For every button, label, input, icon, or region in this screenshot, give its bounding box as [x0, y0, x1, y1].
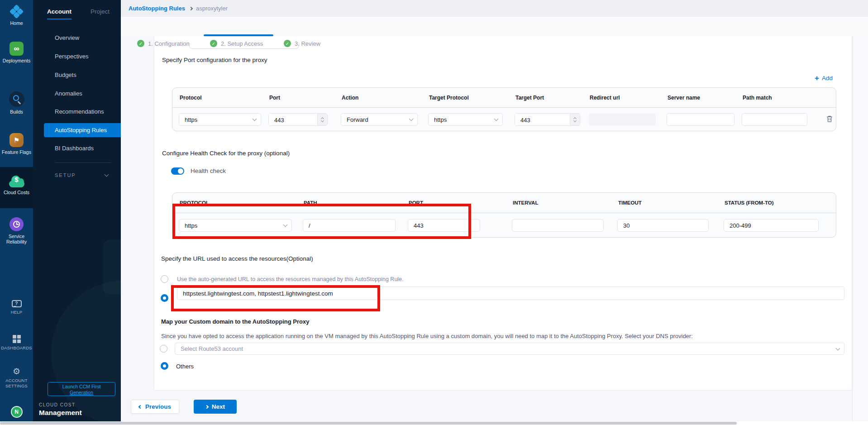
protocol-select[interactable]: https: [179, 113, 261, 126]
hc-protocol-select[interactable]: https: [179, 219, 292, 232]
health-check-toggle[interactable]: [171, 167, 184, 175]
hc-port-input[interactable]: [408, 219, 480, 232]
check-circle-icon: ✓: [210, 40, 217, 47]
chevron-down-icon: [836, 346, 840, 350]
horizontal-scrollbar[interactable]: [0, 421, 868, 425]
hc-path-input[interactable]: [303, 219, 396, 232]
next-label: Next: [212, 403, 225, 410]
sidebar-item-dashboards[interactable]: DASHBOARDS: [0, 335, 33, 351]
breadcrumb-link-autostopping-rules[interactable]: AutoStopping Rules: [129, 5, 185, 12]
auto-url-radio[interactable]: [161, 275, 168, 283]
avatar-initial: N: [11, 406, 23, 418]
port-input[interactable]: [269, 114, 317, 126]
hc-status-input[interactable]: [724, 219, 819, 232]
step-setup-access[interactable]: ✓ 2. Setup Access: [210, 40, 263, 47]
protocol-value: https: [185, 116, 197, 123]
server-name-input[interactable]: [667, 113, 734, 126]
port-config-heading: Specify Port configuration for the proxy: [162, 57, 267, 63]
setup-label: SETUP: [55, 172, 76, 178]
hc-interval-input[interactable]: [512, 219, 604, 232]
tab-project[interactable]: Project: [91, 8, 110, 15]
custom-url-radio[interactable]: [161, 294, 168, 302]
nav-rail: Home ∞ Deployments Builds ⚑ Feature Flag…: [0, 0, 33, 425]
path-match-input[interactable]: [742, 113, 807, 126]
sidebar-item-recommendations[interactable]: Recommendations: [33, 105, 121, 119]
sidebar-item-help[interactable]: ? HELP: [0, 300, 33, 315]
auto-url-option-label[interactable]: Use the auto-generated URL to access the…: [177, 276, 404, 282]
launch-line1: Launch CCM First: [62, 384, 101, 389]
sidebar-item-autostopping-rules[interactable]: AutoStopping Rules: [44, 123, 121, 137]
launch-line2: Generation: [70, 390, 93, 395]
check-circle-icon: ✓: [137, 40, 144, 47]
step-label: 1. Configuration: [148, 40, 190, 47]
sidebar-item-home[interactable]: Home: [0, 5, 33, 26]
rail-label: HELP: [0, 310, 33, 315]
sidebar-group-setup[interactable]: SETUP: [33, 168, 121, 182]
gear-icon: ⚙: [0, 367, 33, 376]
target-port-stepper[interactable]: [515, 113, 580, 126]
action-select[interactable]: Forward: [341, 113, 418, 126]
others-label: Others: [176, 363, 194, 370]
health-check-toggle-label: Health check: [191, 167, 226, 174]
step-configuration[interactable]: ✓ 1. Configuration: [137, 40, 190, 47]
route53-account-select[interactable]: Select Route53 account: [175, 343, 844, 355]
sidebar-item-bi-dashboards[interactable]: BI Dashboards: [33, 141, 121, 155]
step-review[interactable]: ✓ 3. Review: [284, 40, 320, 47]
sidebar-item-feature-flags[interactable]: ⚑ Feature Flags: [0, 133, 33, 155]
hc-protocol-value: https: [185, 222, 197, 229]
redirect-url-input[interactable]: [589, 113, 656, 126]
sidebar-item-service-reliability[interactable]: Service Reliability: [0, 217, 33, 244]
active-step-underline: [204, 34, 273, 36]
next-button[interactable]: Next: [194, 400, 237, 414]
col-hc-protocol: PROTOCOL: [172, 200, 296, 205]
others-radio[interactable]: [161, 362, 168, 370]
help-icon: ?: [0, 300, 33, 307]
dns-section-heading: Map your Custom domain to the AutoStoppi…: [161, 318, 309, 325]
custom-url-input[interactable]: [177, 287, 844, 300]
target-port-input[interactable]: [515, 114, 570, 126]
breadcrumb-current: asproxytyler: [196, 5, 228, 12]
product-name: Management: [39, 409, 82, 417]
rail-label: DASHBOARDS: [0, 345, 33, 351]
url-section-heading: Specify the URL used to access the resou…: [161, 255, 313, 262]
add-port-row-button[interactable]: + Add: [815, 74, 833, 82]
previous-button[interactable]: Previous: [131, 400, 179, 414]
sidebar-item-overview[interactable]: Overview: [33, 31, 121, 45]
user-avatar[interactable]: N: [0, 406, 33, 418]
health-table-row: https: [172, 213, 836, 238]
stepper-arrows-icon[interactable]: [570, 114, 580, 125]
port-table-header: Protocol Port Action Target Protocol Tar…: [172, 88, 836, 108]
health-check-table: PROTOCOL PATH PORT INTERVAL TIMEOUT STAT…: [172, 192, 836, 238]
trash-icon[interactable]: [826, 116, 833, 124]
app-root: Home ∞ Deployments Builds ⚑ Feature Flag…: [0, 0, 868, 425]
sidebar-item-anomalies[interactable]: Anomalies: [33, 86, 121, 100]
sidebar-item-account-settings[interactable]: ⚙ ACCOUNT SETTINGS: [0, 367, 33, 389]
scrollbar-thumb[interactable]: [0, 422, 737, 425]
rail-label: Builds: [0, 109, 33, 115]
sidebar-item-budgets[interactable]: Budgets: [33, 68, 121, 82]
feature-flags-icon: ⚑: [0, 133, 33, 147]
sidebar-item-perspectives[interactable]: Perspectives: [33, 49, 121, 63]
port-stepper[interactable]: [268, 113, 328, 126]
sidebar-item-builds[interactable]: Builds: [0, 91, 33, 115]
chevron-down-icon: [283, 223, 288, 227]
route53-radio[interactable]: [160, 345, 167, 353]
chevron-left-icon: [138, 405, 142, 408]
sidebar-item-deployments[interactable]: ∞ Deployments: [0, 42, 33, 63]
sidebar-item-cloud-costs[interactable]: $ Cloud Costs: [0, 176, 33, 195]
col-hc-status: STATUS (FROM-TO): [717, 200, 836, 205]
target-protocol-select[interactable]: https: [428, 113, 503, 126]
chevron-right-icon: [189, 6, 193, 10]
launch-ccm-first-gen-button[interactable]: Launch CCM First Generation: [48, 382, 115, 396]
hc-timeout-input[interactable]: [617, 219, 709, 232]
health-check-heading: Configure Health Check for the proxy (op…: [162, 150, 290, 157]
stepper-arrows-icon[interactable]: [317, 114, 327, 125]
rail-label: Cloud Costs: [0, 190, 33, 195]
chevron-down-icon: [253, 117, 257, 121]
chevron-right-icon: [205, 405, 209, 408]
action-value: Forward: [347, 116, 368, 123]
tab-account[interactable]: Account: [47, 8, 72, 19]
watermark-shape: [103, 240, 121, 294]
add-label: Add: [822, 75, 833, 81]
right-gutter: [852, 36, 868, 425]
